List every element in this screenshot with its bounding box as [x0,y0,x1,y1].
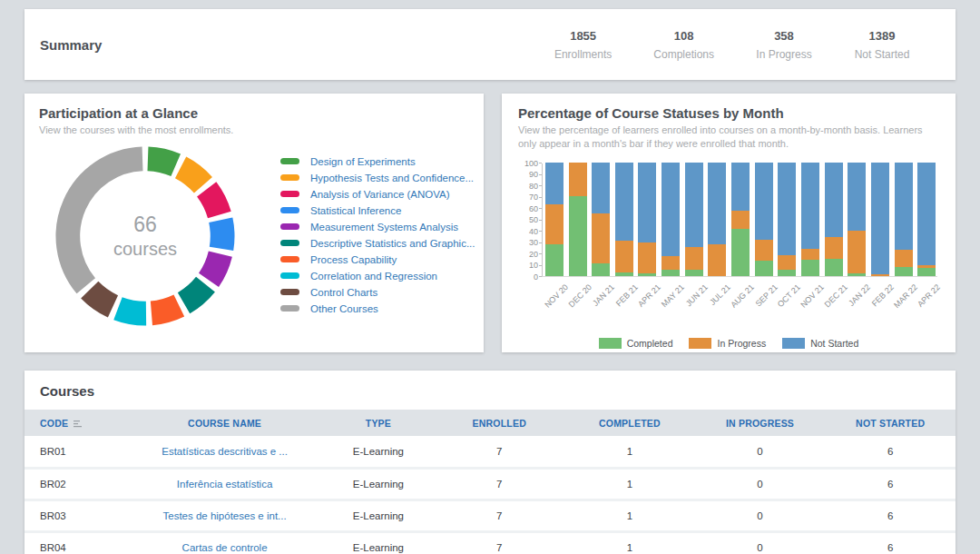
bar-segment-not-started [871,163,889,275]
bar-segment-completed [638,273,656,276]
stacked-bar[interactable] [871,163,889,276]
legend-swatch-icon [280,158,299,164]
stacked-bar[interactable] [615,163,633,276]
donut-legend-item[interactable]: Design of Experiments [280,153,475,170]
bar-segment-not-started [545,163,564,204]
stat-label: Not Started [854,48,910,61]
stacked-bar[interactable] [569,163,587,276]
bar-segment-not-started [731,163,750,212]
y-tick: 30 [529,238,542,247]
legend-swatch-icon [782,338,805,349]
donut-legend: Design of Experiments Hypothesis Tests a… [280,153,475,317]
bar-segment-not-started [662,163,680,257]
table-cell: 6 [825,468,956,500]
donut-segment[interactable] [152,305,179,312]
y-tick: 50 [529,215,542,224]
bar-segment-in-progress [708,244,726,276]
donut-segment[interactable] [220,220,222,249]
stacked-bar[interactable] [801,163,819,276]
column-header-not-started[interactable]: NOT STARTED [825,410,956,436]
bar-segment-in-progress [778,255,796,270]
table-cell: 1 [564,468,695,500]
table-row: BR04Cartas de controleE-Learning7106 [24,531,956,554]
course-name-link[interactable]: Cartas de controle [127,531,322,554]
donut-legend-item[interactable]: Statistical Inference [280,203,475,219]
donut-legend-item[interactable]: Other Courses [280,301,475,317]
table-cell: 0 [695,500,826,531]
stacked-bar[interactable] [848,163,866,276]
column-header-enrolled[interactable]: ENROLLED [434,410,564,436]
table-cell: 6 [825,500,956,531]
y-tick: 60 [529,204,542,213]
bar-segment-completed [662,270,680,275]
column-header-completed[interactable]: COMPLETED [564,410,695,436]
bar-segment-not-started [755,163,773,240]
donut-legend-item[interactable]: Process Capability [280,252,475,268]
y-tick: 10 [529,261,542,270]
stacked-bar[interactable] [755,163,773,276]
bar-legend-item[interactable]: Not Started [782,338,858,349]
table-cell: E-Learning [322,468,434,500]
bar-segment-not-started [685,163,703,248]
table-cell: 1 [564,500,695,531]
table-row: BR01Estatísticas descritivas e ...E-Lear… [24,436,956,468]
course-name-link[interactable]: Estatísticas descritivas e ... [127,436,322,468]
donut-legend-item[interactable]: Hypothesis Tests and Confidence... [280,170,475,186]
legend-label: Descriptive Statistics and Graphic... [310,238,475,249]
donut-segment[interactable] [209,253,220,280]
legend-label: Control Charts [310,287,377,298]
stacked-bar[interactable] [917,163,936,276]
course-name-link[interactable]: Testes de hipóteses e int... [127,500,322,531]
summary-stats: 1855 Enrollments 108 Completions 358 In … [554,29,936,61]
column-header-in-progress[interactable]: IN PROGRESS [695,410,826,436]
donut-legend-item[interactable]: Control Charts [280,284,475,301]
bar-legend-item[interactable]: In Progress [689,338,766,349]
y-axis: 0 10 20 30 40 50 60 70 80 90 1 [518,163,542,277]
table-cell: 6 [825,531,956,554]
stat-value: 1389 [854,29,910,43]
donut-legend-item[interactable]: Measurement Systems Analysis [280,219,475,235]
table-cell: 7 [434,531,564,554]
donut-segment[interactable] [148,159,176,165]
donut-legend-item[interactable]: Analysis of Variance (ANOVA) [280,186,475,203]
donut-legend-item[interactable]: Descriptive Statistics and Graphic... [280,235,475,252]
stacked-bar[interactable] [638,163,656,276]
stacked-bar[interactable] [708,163,726,276]
stacked-bar[interactable] [662,163,680,276]
column-header-code[interactable]: CODE [24,410,127,436]
bar-segment-not-started [638,163,656,243]
donut-segment[interactable] [207,189,220,214]
stacked-bar[interactable] [592,163,610,276]
legend-swatch-icon [689,338,711,349]
participation-title: Participation at a Glance [39,105,469,121]
stacked-bar[interactable] [685,163,703,276]
column-header-type[interactable]: TYPE [322,410,434,436]
donut-segment[interactable] [184,284,206,303]
stacked-bar[interactable] [545,163,564,276]
legend-swatch-icon [280,191,299,197]
stacked-bar[interactable] [731,163,750,276]
donut-segment[interactable] [90,290,113,306]
course-name-link[interactable]: Inferência estatística [127,468,322,500]
table-cell: BR03 [24,500,127,531]
y-tick: 0 [534,272,542,282]
bar-segment-not-started [592,163,610,213]
stacked-bar[interactable] [895,163,913,276]
legend-label: Correlation and Regression [310,271,437,282]
donut-legend-item[interactable]: Correlation and Regression [280,268,475,284]
statuses-subtitle: View the percentage of learners enrolled… [518,124,939,151]
bar-segment-in-progress [615,241,633,272]
stacked-bar[interactable] [825,163,843,276]
legend-swatch-icon [280,207,299,213]
donut-segment[interactable] [68,159,142,286]
bar-segment-completed [592,263,610,276]
courses-card: Courses CODE COURSE NAMETYPEENROLLEDCOMP… [24,371,956,554]
bar-legend-item[interactable]: Completed [599,338,673,349]
bar-segment-in-progress [801,249,819,261]
donut-segment[interactable] [118,309,146,313]
donut-segment[interactable] [181,167,203,184]
stacked-bar[interactable] [778,163,796,276]
table-cell: 6 [825,436,956,468]
bar-segment-not-started [848,163,866,231]
column-header-course-name[interactable]: COURSE NAME [127,410,322,436]
